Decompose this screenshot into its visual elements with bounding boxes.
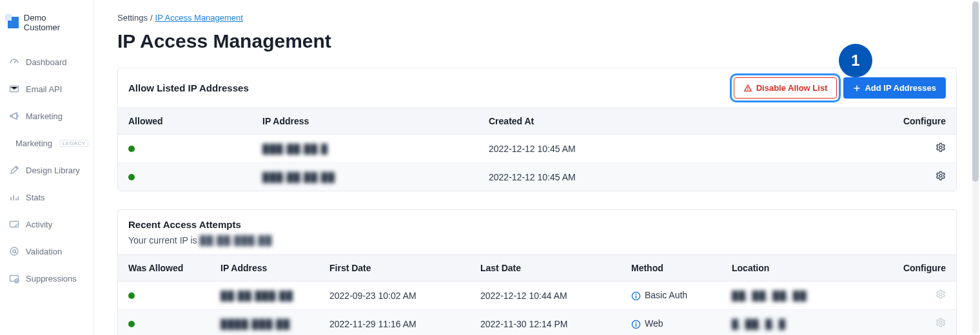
last-date: 2022-12-12 10:44 AM xyxy=(470,282,621,310)
button-label: Add IP Addresses xyxy=(865,83,936,93)
sidebar-item-label: Activity xyxy=(26,220,52,229)
sidebar-item-design-library[interactable]: Design Library xyxy=(8,158,86,182)
page-title: IP Access Management xyxy=(117,30,957,52)
recent-title: Recent Access Attempts xyxy=(128,219,241,230)
scrollbar-thumb[interactable] xyxy=(972,1,979,182)
sidebar-nav: Dashboard Email API Marketing Marketing … xyxy=(8,50,86,290)
recent-access-table: Was Allowed IP Address First Date Last D… xyxy=(118,254,956,335)
recent-access-panel: Recent Access Attempts Your current IP i… xyxy=(117,209,957,335)
table-row: ███.██.██.██ 2022-12-12 10:45 AM xyxy=(118,163,956,191)
ip-value: ██.██.███.██ xyxy=(220,291,293,301)
sidebar-item-label: Email API xyxy=(26,84,62,94)
gear-icon[interactable] xyxy=(936,318,946,328)
bar-chart-icon xyxy=(9,192,19,202)
allow-list-panel: Allow Listed IP Addresses Disable Allow … xyxy=(117,68,957,191)
sidebar-item-email-api[interactable]: Email API xyxy=(8,77,86,100)
table-row: ███.██.██.█ 2022-12-12 10:45 AM xyxy=(118,135,956,163)
current-ip-line: Your current IP is ██.██.███.██ xyxy=(128,235,272,245)
last-date: 2022-11-30 12:14 PM xyxy=(470,310,621,336)
breadcrumb-sep: / xyxy=(150,13,153,23)
sidebar-item-activity[interactable]: Activity xyxy=(8,213,86,236)
suppressions-icon xyxy=(9,273,19,283)
first-date: 2022-11-29 11:16 AM xyxy=(319,310,470,336)
col-was-allowed: Was Allowed xyxy=(118,255,210,282)
col-location: Location xyxy=(721,255,881,282)
ip-value: ████.███.██ xyxy=(220,319,290,329)
breadcrumb-current-link[interactable]: IP Access Management xyxy=(155,13,243,23)
sidebar-item-dashboard[interactable]: Dashboard xyxy=(8,50,86,73)
sidebar-item-label: Dashboard xyxy=(26,57,67,67)
location-value: ██, ██, ██, ██ xyxy=(732,291,807,301)
org-name: Demo Customer xyxy=(24,13,81,32)
megaphone-icon xyxy=(9,111,19,121)
sidebar-item-suppressions[interactable]: Suppressions xyxy=(8,267,86,290)
sidebar-item-label: Marketing xyxy=(15,139,52,148)
info-icon[interactable] xyxy=(631,291,641,301)
org-logo xyxy=(8,17,19,28)
col-created: Created At xyxy=(478,108,856,135)
ip-value: ███.██.██.█ xyxy=(262,144,328,154)
sidebar-item-stats[interactable]: Stats xyxy=(8,186,86,209)
breadcrumb: Settings / IP Access Management xyxy=(117,13,957,23)
sidebar-item-marketing-legacy[interactable]: Marketing LEGACY xyxy=(8,131,86,155)
sidebar-item-label: Validation xyxy=(26,247,62,256)
col-configure: Configure xyxy=(881,255,956,282)
ip-value: ███.██.██.██ xyxy=(262,172,335,182)
sidebar-item-marketing[interactable]: Marketing xyxy=(8,104,86,128)
current-ip-value: ██.██.███.██ xyxy=(200,235,273,245)
col-method: Method xyxy=(621,255,721,282)
col-first: First Date xyxy=(319,255,470,282)
info-icon[interactable] xyxy=(631,320,641,329)
allowed-dot xyxy=(128,146,135,152)
sidebar-item-label: Design Library xyxy=(26,166,80,175)
gear-icon[interactable] xyxy=(936,142,946,153)
add-ip-addresses-button[interactable]: Add IP Addresses xyxy=(843,77,946,99)
gauge-icon xyxy=(9,57,19,67)
sidebar-item-validation[interactable]: Validation xyxy=(8,240,86,263)
sidebar-item-label: Stats xyxy=(26,193,45,202)
table-row: ████.███.██ 2022-11-29 11:16 AM 2022-11-… xyxy=(118,310,956,336)
warning-icon xyxy=(743,84,752,93)
created-value: 2022-12-12 10:45 AM xyxy=(478,163,856,191)
activity-icon xyxy=(9,219,19,229)
sidebar-item-label: Marketing xyxy=(26,111,63,121)
allow-list-table: Allowed IP Address Created At Configure … xyxy=(118,108,956,191)
created-value: 2022-12-12 10:45 AM xyxy=(478,135,856,163)
step-indicator: 1 xyxy=(839,44,872,77)
sidebar: Demo Customer Dashboard Email API Market… xyxy=(0,0,94,335)
method-value: Basic Auth xyxy=(645,290,687,300)
org-switcher[interactable]: Demo Customer xyxy=(8,13,86,32)
legacy-badge: LEGACY xyxy=(60,140,88,147)
gear-icon[interactable] xyxy=(936,171,946,181)
current-ip-label: Your current IP is xyxy=(128,235,200,245)
disable-allow-list-button[interactable]: Disable Allow List xyxy=(734,77,838,99)
location-value: █, ██, █, █ xyxy=(732,319,786,329)
method-value: Web xyxy=(645,318,663,329)
button-label: Disable Allow List xyxy=(756,83,828,93)
allowed-dot xyxy=(128,292,135,299)
gear-icon[interactable] xyxy=(936,289,946,300)
col-ip: IP Address xyxy=(210,255,319,282)
first-date: 2022-09-23 10:02 AM xyxy=(319,282,470,310)
plus-icon xyxy=(853,84,861,92)
col-last: Last Date xyxy=(470,255,621,282)
table-row: ██.██.███.██ 2022-09-23 10:02 AM 2022-12… xyxy=(118,282,956,310)
main-content: Settings / IP Access Management IP Acces… xyxy=(94,0,980,335)
allowed-dot xyxy=(128,321,135,327)
breadcrumb-root: Settings xyxy=(117,13,148,23)
col-ip: IP Address xyxy=(252,108,478,135)
at-icon xyxy=(9,246,19,256)
col-configure: Configure xyxy=(856,108,956,135)
sidebar-item-label: Suppressions xyxy=(26,274,77,283)
pencil-icon xyxy=(9,165,19,175)
allowed-dot xyxy=(128,174,135,180)
mail-icon xyxy=(9,84,19,94)
col-allowed: Allowed xyxy=(118,108,252,135)
allow-list-title: Allow Listed IP Addresses xyxy=(128,82,249,93)
